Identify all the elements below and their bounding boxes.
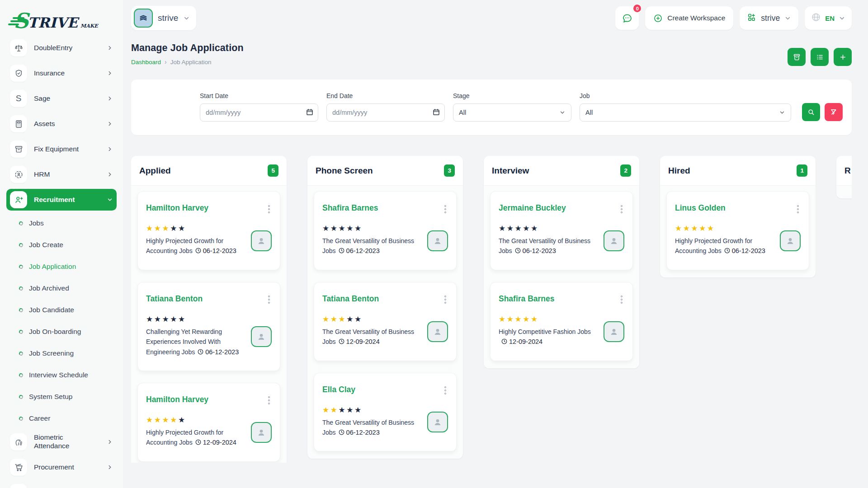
logo-speed-lines-icon	[8, 17, 24, 25]
candidate-card[interactable]: Tatiana Benton ★★★★★ Challenging Yet Rew…	[137, 282, 280, 371]
candidate-name-link[interactable]: Shafira Barnes	[322, 203, 378, 213]
sidebar-subitem-job-archived[interactable]: Job Archived	[6, 277, 117, 299]
candidate-card[interactable]: Shafira Barnes ★★★★★ Highly Competitive …	[490, 282, 633, 361]
candidate-avatar[interactable]	[427, 230, 448, 251]
candidate-card[interactable]: Hamilton Harvey ★★★★★ Highly Projected G…	[137, 383, 280, 462]
kebab-menu-icon[interactable]	[619, 294, 624, 305]
filter-buttons	[802, 103, 843, 121]
candidate-name-link[interactable]: Hamilton Harvey	[146, 203, 208, 213]
kebab-menu-icon[interactable]	[443, 294, 448, 305]
column-count-badge: 2	[620, 164, 631, 177]
chevron-right-icon	[107, 45, 113, 51]
chevron-right-icon	[107, 121, 113, 127]
kebab-menu-icon[interactable]	[266, 203, 272, 215]
sidebar-item-assets[interactable]: Assets	[6, 111, 117, 136]
organization-name: strive	[761, 14, 780, 23]
sidebar-item-partial[interactable]	[6, 480, 117, 488]
candidate-avatar[interactable]	[780, 230, 801, 251]
candidate-card[interactable]: Tatiana Benton ★★★★★ The Great Versatili…	[314, 282, 457, 361]
start-date-input[interactable]	[200, 103, 318, 122]
sidebar-item-sage[interactable]: S Sage	[6, 86, 117, 111]
sidebar-item-label: Assets	[34, 120, 100, 128]
archive-button[interactable]	[788, 48, 806, 66]
stage-field: Stage All	[453, 92, 571, 122]
candidate-name-link[interactable]: Jermaine Buckley	[499, 203, 566, 213]
kebab-menu-icon[interactable]	[619, 203, 624, 215]
organization-switcher[interactable]: strive	[740, 6, 798, 30]
candidate-card[interactable]: Hamilton Harvey ★★★★★ Highly Projected G…	[137, 191, 280, 270]
sidebar-item-fix-equipment[interactable]: Fix Equipment	[6, 136, 117, 162]
workspace-name: strive	[158, 13, 178, 23]
candidate-card[interactable]: Jermaine Buckley ★★★★★ The Great Versati…	[490, 191, 633, 270]
candidate-avatar[interactable]	[427, 321, 448, 342]
candidate-avatar[interactable]	[604, 321, 624, 342]
sidebar-subitem-career[interactable]: Career	[6, 408, 117, 429]
sidebar-item-hrm[interactable]: HRM	[6, 162, 117, 187]
candidate-avatar[interactable]	[251, 230, 272, 251]
candidate-card[interactable]: Shafira Barnes ★★★★★ The Great Versatili…	[314, 191, 457, 270]
kebab-menu-icon[interactable]	[266, 395, 272, 406]
grid-plus-icon	[747, 13, 756, 24]
candidate-card[interactable]: Ella Clay ★★★★★ The Great Versatility of…	[314, 373, 457, 452]
sidebar-subitem-system-setup[interactable]: System Setup	[6, 386, 117, 408]
star-icon: ★	[146, 224, 154, 233]
sidebar-subitem-job-candidate[interactable]: Job Candidate	[6, 299, 117, 321]
rating-stars: ★★★★★	[146, 315, 246, 323]
sidebar-subitem-job-on-boarding[interactable]: Job On-boarding	[6, 321, 117, 343]
sidebar-subitem-job-screening[interactable]: Job Screening	[6, 343, 117, 364]
add-application-button[interactable]	[834, 48, 852, 66]
list-view-button[interactable]	[811, 48, 829, 66]
sidebar-item-biometric-attendance[interactable]: Biometric Attendance	[6, 429, 117, 455]
star-icon: ★	[531, 315, 539, 324]
sidebar-item-doubleentry[interactable]: DoubleEntry	[6, 35, 117, 61]
sidebar-item-insurance[interactable]: Insurance	[6, 61, 117, 86]
sidebar-item-recruitment[interactable]: Recruitment	[6, 189, 117, 211]
kebab-menu-icon[interactable]	[443, 385, 448, 396]
brand-logo: S TRIVE MAKE	[0, 0, 123, 33]
star-icon: ★	[523, 315, 531, 324]
kebab-menu-icon[interactable]	[443, 203, 448, 215]
rating-stars: ★★★★★	[675, 225, 775, 232]
application-date: 06-12-2023	[732, 247, 765, 254]
application-date: 12-09-2024	[346, 338, 380, 345]
language-selector[interactable]: EN	[805, 6, 852, 30]
candidate-name-link[interactable]: Linus Golden	[675, 203, 726, 213]
end-date-input[interactable]	[326, 103, 445, 122]
workspace-switcher[interactable]: strive	[131, 6, 196, 30]
star-icon: ★	[499, 224, 507, 233]
stage-select[interactable]: All	[453, 103, 571, 122]
app-root: S TRIVE MAKE DoubleEntry Insurance S Sag…	[0, 0, 868, 488]
sidebar-subitem-jobs[interactable]: Jobs	[6, 212, 117, 234]
kebab-menu-icon[interactable]	[795, 203, 801, 215]
candidate-name-link[interactable]: Hamilton Harvey	[146, 395, 208, 404]
chevron-down-icon	[107, 197, 113, 203]
rating-stars: ★★★★★	[322, 315, 423, 323]
breadcrumb-current: Job Application	[170, 59, 212, 66]
sidebar-subitem-job-create[interactable]: Job Create	[6, 234, 117, 256]
kanban-column-phone-screen: Phone Screen 3 Shafira Barnes ★★★★★ The …	[307, 156, 463, 459]
sidebar-item-procurement[interactable]: Procurement	[6, 455, 117, 480]
sidebar-subitem-interview-schedule[interactable]: Interview Schedule	[6, 364, 117, 386]
candidate-avatar[interactable]	[604, 230, 624, 251]
candidate-avatar[interactable]	[251, 326, 272, 347]
candidate-avatar[interactable]	[251, 422, 272, 443]
job-select-value: All	[585, 109, 593, 116]
search-button[interactable]	[802, 103, 820, 121]
candidate-avatar[interactable]	[427, 412, 448, 432]
candidate-name-link[interactable]: Shafira Barnes	[499, 294, 555, 304]
clock-icon	[338, 338, 345, 347]
candidate-name-link[interactable]: Tatiana Benton	[146, 294, 203, 304]
candidate-card[interactable]: Linus Golden ★★★★★ Highly Projected Grow…	[666, 191, 809, 270]
clear-filter-button[interactable]	[825, 103, 843, 121]
chevron-right-icon	[107, 70, 113, 76]
candidate-name-link[interactable]: Ella Clay	[322, 385, 355, 394]
job-select[interactable]: All	[580, 103, 791, 122]
candidate-name-link[interactable]: Tatiana Benton	[322, 294, 379, 304]
kebab-menu-icon[interactable]	[266, 294, 272, 305]
create-workspace-button[interactable]: Create Workspace	[645, 6, 733, 30]
sidebar-subitem-job-application[interactable]: Job Application	[6, 256, 117, 277]
chat-button[interactable]: 0	[615, 6, 639, 30]
breadcrumb-dashboard-link[interactable]: Dashboard	[131, 59, 161, 66]
star-icon: ★	[675, 224, 683, 233]
end-date-label: End Date	[326, 92, 445, 99]
